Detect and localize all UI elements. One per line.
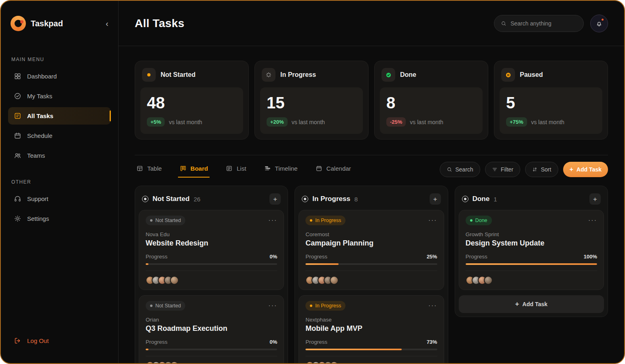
sidebar-item-all-tasks[interactable]: All Tasks — [8, 107, 111, 125]
progress-label: Progress — [305, 339, 327, 345]
app-window: Taskpad ‹ MAIN MENU Dashboard My Tasks A… — [0, 0, 625, 364]
calendar-icon — [14, 132, 21, 140]
filter-button[interactable]: Filter — [485, 162, 520, 177]
stat-card-paused: Paused 5 +75% vs last month — [494, 61, 608, 140]
notifications-button[interactable] — [590, 15, 608, 32]
task-card[interactable]: In Progress ··· Coremost Campaign Planni… — [299, 210, 444, 290]
column-done: Done 1 + Done ··· Growth Sprint Design S… — [455, 186, 608, 317]
search-input[interactable] — [511, 20, 577, 27]
board-toolbar: Search Filter Sort + Add Task — [440, 162, 608, 177]
task-card[interactable]: In Progress ··· Nextphase Mobile App MVP… — [299, 295, 444, 363]
progress-label: Progress — [146, 339, 167, 345]
column-title: In Progress — [312, 195, 350, 203]
done-icon — [381, 68, 395, 82]
sidebar-item-teams[interactable]: Teams — [8, 147, 111, 164]
task-card[interactable]: Not Started ··· Orian Q3 Roadmap Executi… — [139, 295, 284, 363]
task-card[interactable]: Done ··· Growth Sprint Design System Upd… — [459, 210, 604, 290]
column-add-button[interactable]: + — [589, 193, 601, 205]
task-list-icon — [14, 112, 21, 120]
stat-value: 15 — [267, 94, 356, 112]
stat-label: Paused — [520, 71, 543, 78]
stat-delta-suffix: vs last month — [410, 119, 443, 125]
card-menu-icon[interactable]: ··· — [588, 217, 597, 224]
tab-label: Board — [191, 165, 208, 172]
card-title: Campaign Planning — [305, 239, 437, 248]
column-title: Done — [472, 195, 490, 203]
plus-icon: + — [515, 300, 519, 308]
plus-icon: + — [570, 166, 573, 173]
assignee-avatars — [146, 276, 179, 285]
sort-button[interactable]: Sort — [525, 162, 558, 177]
add-task-button[interactable]: + Add Task — [563, 162, 608, 177]
avatar — [330, 361, 339, 363]
stat-value: 8 — [386, 94, 476, 112]
view-tabs: Table Board List Timeline — [135, 161, 367, 178]
tab-table[interactable]: Table — [135, 161, 163, 178]
card-title: Q3 Roadmap Execution — [146, 324, 277, 333]
progress-bar — [305, 263, 437, 265]
avatar — [170, 276, 179, 285]
sidebar-item-schedule[interactable]: Schedule — [8, 127, 111, 144]
assignee-avatars — [305, 276, 339, 285]
progress-percent: 100% — [584, 254, 597, 260]
pill-label: Add Task — [576, 166, 602, 173]
search-icon — [501, 20, 506, 27]
sidebar-collapse-button[interactable]: ‹ — [106, 19, 108, 28]
sidebar-item-label: Settings — [27, 215, 49, 222]
sidebar-item-label: Teams — [27, 152, 45, 159]
top-bar: All Tasks — [119, 1, 624, 46]
assignee-avatars — [146, 361, 179, 363]
card-company: Coremost — [305, 231, 437, 237]
assignee-avatars — [466, 276, 493, 285]
content: Not Started 48 +5% vs last month — [119, 46, 624, 363]
column-not-started: Not Started 26 + Not Started ··· Nova Ed… — [135, 186, 288, 363]
progress-percent: 0% — [270, 339, 278, 345]
card-menu-icon[interactable]: ··· — [428, 217, 437, 224]
sidebar-item-dashboard[interactable]: Dashboard — [8, 68, 111, 85]
search-pill-button[interactable]: Search — [440, 162, 480, 177]
stat-delta-suffix: vs last month — [531, 119, 564, 125]
tab-timeline[interactable]: Timeline — [263, 161, 299, 178]
add-task-in-column-button[interactable]: + Add Task — [459, 295, 604, 313]
card-menu-icon[interactable]: ··· — [268, 217, 277, 224]
logout-label: Log Out — [27, 337, 49, 344]
stat-delta-suffix: vs last month — [292, 119, 325, 125]
sidebar-item-label: All Tasks — [27, 112, 53, 119]
card-menu-icon[interactable]: ··· — [268, 302, 277, 309]
tab-board[interactable]: Board — [178, 161, 210, 178]
logout-button[interactable]: Log Out — [8, 332, 111, 349]
in-progress-icon — [262, 68, 275, 82]
stat-delta-badge: +75% — [506, 117, 527, 127]
sidebar-item-settings[interactable]: Settings — [8, 210, 111, 227]
card-menu-icon[interactable]: ··· — [428, 302, 437, 309]
sidebar-item-my-tasks[interactable]: My Tasks — [8, 87, 111, 105]
progress-label: Progress — [305, 254, 327, 260]
stat-card-in-progress: In Progress 15 +20% vs last month — [254, 61, 369, 140]
global-search[interactable] — [494, 15, 584, 32]
timeline-icon — [264, 165, 271, 172]
headphones-icon — [14, 195, 21, 203]
column-add-button[interactable]: + — [269, 193, 281, 205]
progress-label: Progress — [466, 254, 487, 260]
check-circle-icon — [14, 92, 21, 100]
card-company: Nova Edu — [146, 231, 277, 237]
tab-calendar[interactable]: Calendar — [314, 161, 353, 178]
sidebar-header: Taskpad ‹ — [8, 1, 111, 46]
taskpad-logo-icon — [11, 16, 26, 31]
sidebar-item-support[interactable]: Support — [8, 190, 111, 207]
status-badge: Not Started — [146, 301, 185, 311]
progress-percent: 0% — [270, 254, 278, 260]
column-status-icon — [142, 196, 148, 202]
card-company: Orian — [146, 317, 277, 323]
pill-label: Sort — [541, 166, 551, 173]
task-card[interactable]: Not Started ··· Nova Edu Website Redesig… — [139, 210, 284, 290]
stat-card-not-started: Not Started 48 +5% vs last month — [135, 61, 249, 140]
tab-list[interactable]: List — [224, 161, 248, 178]
stat-value: 48 — [147, 94, 237, 112]
users-icon — [14, 152, 21, 159]
stat-label: In Progress — [280, 71, 316, 78]
calendar-icon — [316, 165, 322, 172]
add-task-label: Add Task — [522, 301, 547, 307]
column-add-button[interactable]: + — [430, 193, 441, 205]
column-status-icon — [302, 196, 308, 202]
